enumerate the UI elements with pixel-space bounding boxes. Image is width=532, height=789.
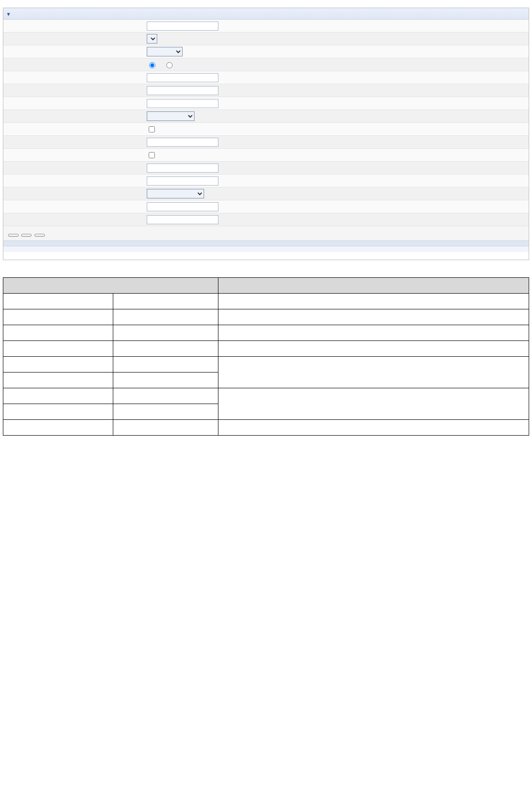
- peer-network-input[interactable]: [147, 202, 218, 211]
- button-row: [3, 226, 529, 241]
- desc-td: [218, 325, 529, 341]
- desc-td: [218, 341, 529, 357]
- listing-th-num: [3, 248, 22, 250]
- name-input[interactable]: [147, 22, 218, 31]
- listing-row[interactable]: [3, 252, 529, 260]
- desc-td: [3, 373, 113, 388]
- listing-td-auth-type: [391, 254, 484, 256]
- listing-th-type: [309, 248, 391, 250]
- listing-th-peer-network: [484, 248, 529, 250]
- desc-td: [113, 404, 218, 420]
- active-disable-radio[interactable]: [166, 62, 173, 68]
- listing-header-row: [3, 246, 529, 252]
- desc-td: [218, 357, 529, 388]
- desc-td: [113, 373, 218, 388]
- cancel-button[interactable]: [34, 234, 45, 237]
- set-button[interactable]: [8, 234, 19, 237]
- username-input[interactable]: [147, 73, 218, 82]
- desc-td: [113, 341, 218, 357]
- desc-td: [218, 294, 529, 309]
- desc-td: [3, 404, 113, 420]
- delete-button[interactable]: [21, 234, 32, 237]
- desc-td: [113, 309, 218, 325]
- secret-input[interactable]: [147, 138, 218, 147]
- listing-td-type: [309, 254, 391, 256]
- desc-th-description: [218, 278, 529, 294]
- auth-type-select[interactable]: [147, 111, 195, 121]
- desc-td: [3, 341, 113, 357]
- netmask-input[interactable]: [147, 215, 218, 224]
- tunnelauth-checkbox[interactable]: [149, 126, 155, 132]
- desc-td: [3, 309, 113, 325]
- listing-td-conn-type: [218, 254, 309, 256]
- desc-td: [113, 388, 218, 404]
- listing-td-num: [3, 254, 22, 256]
- listing-th-active: [22, 248, 118, 250]
- active-enable-radio[interactable]: [149, 62, 155, 68]
- listing-th-conn-type: [218, 248, 309, 250]
- listing-th-name: [118, 248, 218, 250]
- conn-type-select[interactable]: [147, 189, 204, 198]
- default-route-checkbox[interactable]: [149, 152, 155, 158]
- desc-td: [113, 294, 218, 309]
- local-host-input[interactable]: [147, 176, 218, 186]
- listing-td-name: [118, 254, 218, 256]
- desc-td: [3, 357, 113, 373]
- panel-header[interactable]: [3, 8, 529, 20]
- password-input[interactable]: [147, 86, 218, 95]
- listing-title: [3, 241, 529, 246]
- desc-td: [113, 325, 218, 341]
- listing-td-peer-network: [484, 254, 529, 256]
- desc-td: [3, 294, 113, 309]
- desc-td: [113, 357, 218, 373]
- listing-th-auth-type: [391, 248, 484, 250]
- remote-host-input[interactable]: [147, 164, 218, 173]
- desc-td: [3, 325, 113, 341]
- rule-index-select[interactable]: [147, 34, 157, 44]
- desc-td: [218, 420, 529, 436]
- desc-td: [3, 420, 113, 436]
- desc-th-function: [3, 278, 218, 294]
- desc-td: [218, 309, 529, 325]
- server-ip-input[interactable]: [147, 99, 218, 108]
- desc-td: [113, 420, 218, 436]
- l2tp-config-panel: [3, 8, 529, 260]
- desc-td: [218, 388, 529, 420]
- desc-td: [3, 388, 113, 404]
- type-select[interactable]: [147, 47, 183, 56]
- description-table: [3, 277, 529, 436]
- listing-td-active: [22, 254, 118, 256]
